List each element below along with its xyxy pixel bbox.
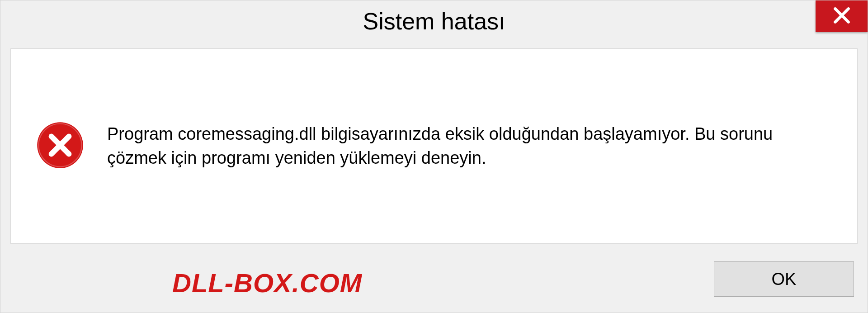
watermark-text: DLL-BOX.COM: [172, 268, 362, 298]
error-icon: [36, 121, 85, 171]
dialog-title: Sistem hatası: [363, 8, 505, 35]
content-panel: Program coremessaging.dll bilgisayarınız…: [10, 48, 858, 244]
close-icon: [832, 5, 852, 27]
error-dialog: Sistem hatası Program coremessaging.dll …: [0, 0, 868, 313]
titlebar: Sistem hatası: [0, 0, 868, 42]
error-message: Program coremessaging.dll bilgisayarınız…: [107, 122, 832, 170]
close-button[interactable]: [816, 0, 868, 32]
ok-button[interactable]: OK: [714, 261, 854, 297]
dialog-footer: DLL-BOX.COM OK: [0, 254, 868, 313]
